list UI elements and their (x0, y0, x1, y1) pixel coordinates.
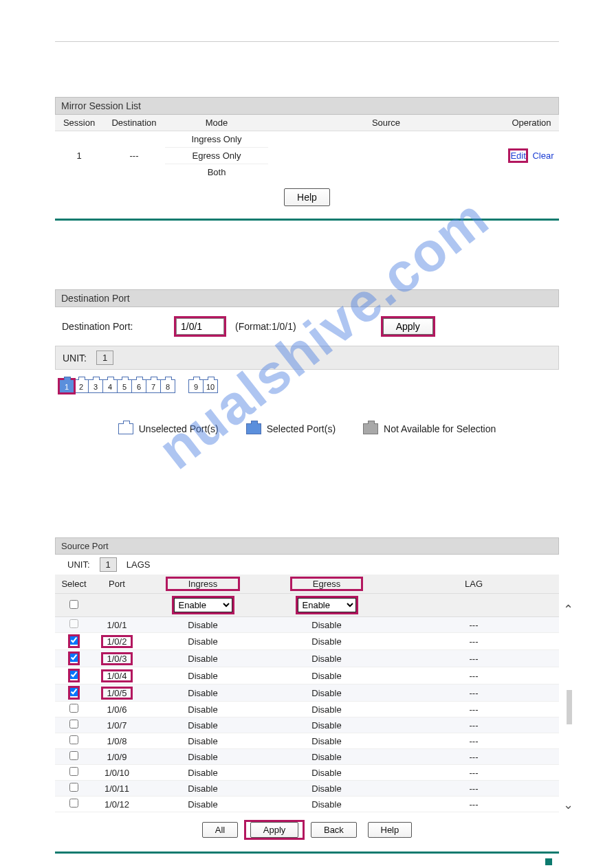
port-3[interactable]: 3 (88, 379, 103, 393)
help-source-button[interactable]: Help (368, 822, 413, 838)
row-ingress: Disable (141, 702, 265, 717)
egress-select[interactable]: Enable (298, 598, 356, 612)
row-checkbox[interactable] (69, 636, 78, 645)
scrollbar[interactable]: ⌃ ⌄ (563, 602, 575, 812)
row-checkbox[interactable] (69, 783, 78, 792)
row-ingress: Disable (141, 717, 265, 733)
lags-tab[interactable]: LAGS (127, 559, 151, 570)
row-lag: --- (388, 667, 559, 685)
mode-ingress: Ingress Only (165, 131, 268, 148)
row-ingress: Disable (141, 797, 265, 812)
port-2[interactable]: 2 (74, 379, 89, 393)
col-destination: Destination (103, 115, 165, 131)
table-row: 1/0/4DisableDisable--- (55, 667, 559, 685)
row-checkbox[interactable] (69, 799, 78, 808)
row-checkbox[interactable] (69, 704, 78, 713)
row-lag: --- (388, 765, 559, 781)
row-port: 1/0/10 (105, 768, 129, 778)
row-lag: --- (388, 685, 559, 702)
src-unit-selector[interactable]: 1 (100, 557, 117, 572)
row-egress: Disable (265, 733, 388, 749)
port-7[interactable]: 7 (146, 379, 161, 393)
select-all-checkbox[interactable] (69, 600, 78, 609)
row-port: 1/0/11 (105, 783, 129, 794)
port-9[interactable]: 9 (188, 379, 204, 393)
row-port: 1/0/12 (105, 799, 129, 810)
source-port-title: Source Port (55, 537, 559, 555)
unit-selector[interactable]: 1 (96, 350, 113, 365)
back-button[interactable]: Back (311, 822, 357, 838)
clear-link[interactable]: Clear (532, 151, 553, 161)
table-row: 1/0/12DisableDisable--- (55, 797, 559, 812)
row-checkbox[interactable] (69, 670, 78, 679)
col-ingress: Ingress (166, 577, 240, 590)
col-lag: LAG (388, 575, 559, 594)
table-row: 1/0/5DisableDisable--- (55, 685, 559, 702)
col-source: Source (268, 115, 504, 131)
row-ingress: Disable (141, 781, 265, 797)
legend-selected: Selected Port(s) (246, 423, 336, 434)
unit-label: UNIT: (63, 353, 87, 364)
help-button[interactable]: Help (284, 188, 330, 206)
row-checkbox[interactable] (69, 720, 78, 728)
apply-dest-button[interactable]: Apply (383, 318, 433, 335)
port-8[interactable]: 8 (160, 379, 175, 393)
table-row: 1/0/10DisableDisable--- (55, 765, 559, 781)
row-port: 1/0/7 (107, 720, 127, 731)
port-4[interactable]: 4 (102, 379, 118, 393)
table-row: 1/0/2DisableDisable--- (55, 633, 559, 650)
row-ingress: Disable (141, 765, 265, 781)
row-egress: Disable (265, 667, 388, 685)
row-checkbox[interactable] (69, 767, 78, 776)
row-checkbox[interactable] (69, 653, 78, 662)
scroll-down-icon[interactable]: ⌄ (563, 797, 575, 812)
session-row: 1 --- Ingress Only Egress Only Both Edit (55, 131, 559, 181)
row-port: 1/0/1 (107, 620, 127, 630)
row-checkbox[interactable] (69, 687, 78, 696)
ingress-select[interactable]: Enable (174, 598, 232, 612)
src-unit-label: UNIT: (67, 559, 90, 570)
page-top-divider (55, 41, 559, 42)
row-checkbox[interactable] (69, 751, 78, 760)
mode-egress: Egress Only (165, 148, 268, 164)
row-egress: Disable (265, 702, 388, 717)
panel-divider (55, 219, 559, 221)
row-lag: --- (388, 797, 559, 812)
session-table: Session Destination Mode Source Operatio… (55, 115, 559, 180)
all-button[interactable]: All (202, 822, 238, 838)
row-port: 1/0/5 (102, 687, 133, 699)
row-ingress: Disable (141, 650, 265, 667)
row-lag: --- (388, 617, 559, 633)
row-ingress: Disable (141, 749, 265, 765)
legend-unselected: Unselected Port(s) (118, 423, 219, 434)
apply-source-button[interactable]: Apply (250, 822, 299, 838)
table-row: 1/0/9DisableDisable--- (55, 749, 559, 765)
destination-port-input[interactable] (176, 318, 224, 335)
row-ingress: Disable (141, 733, 265, 749)
mode-list: Ingress Only Egress Only Both (165, 131, 268, 180)
port-10[interactable]: 10 (203, 379, 218, 393)
destination-port-label: Destination Port: (62, 321, 165, 332)
unselected-icon (118, 423, 133, 434)
scroll-up-icon[interactable]: ⌃ (563, 602, 575, 617)
na-icon (363, 423, 378, 434)
row-checkbox[interactable] (69, 619, 78, 628)
row-egress: Disable (265, 797, 388, 812)
row-egress: Disable (265, 749, 388, 765)
row-checkbox[interactable] (69, 735, 78, 744)
page-footer-mark (545, 857, 552, 867)
scroll-thumb[interactable] (567, 690, 572, 724)
destination-port-format: (Format:1/0/1) (235, 321, 296, 332)
row-ingress: Disable (141, 685, 265, 702)
row-lag: --- (388, 702, 559, 717)
source-port-panel: Source Port UNIT: 1 LAGS Select Port Ing… (0, 537, 614, 854)
port-6[interactable]: 6 (131, 379, 146, 393)
row-egress: Disable (265, 617, 388, 633)
edit-link[interactable]: Edit (509, 149, 527, 162)
port-1[interactable]: 1 (59, 379, 74, 393)
selected-icon (246, 423, 261, 434)
col-session: Session (55, 115, 103, 131)
panel-divider (55, 852, 559, 854)
col-egress: Egress (291, 577, 362, 590)
port-5[interactable]: 5 (117, 379, 132, 393)
